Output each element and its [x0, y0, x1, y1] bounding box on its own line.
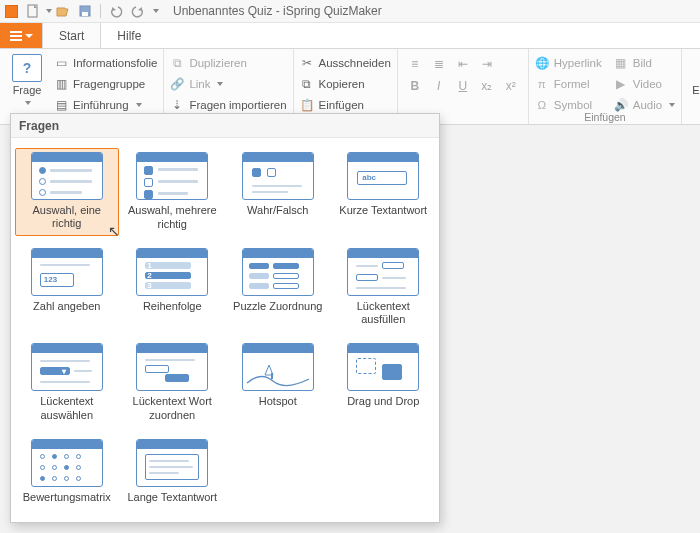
indent-increase-icon[interactable]: ⇥: [476, 55, 498, 73]
qtype-fill-drag[interactable]: Lückentext Wort zuordnen: [121, 339, 225, 427]
qtype-multiple-choice[interactable]: Auswahl, mehrere richtig: [121, 148, 225, 236]
qat-open-icon[interactable]: [55, 3, 71, 19]
qtype-fill-blank[interactable]: Lückentext ausfüllen: [332, 244, 436, 332]
intro-icon: ▤: [54, 98, 68, 112]
symbol-icon: Ω: [535, 98, 549, 112]
cmd-ausschneiden[interactable]: ✂Ausschneiden: [300, 54, 391, 72]
cursor-icon: ↖: [108, 223, 120, 239]
cmd-fragengruppe[interactable]: ▥Fragengruppe: [54, 75, 157, 93]
cmd-einfugen[interactable]: 📋Einfügen: [300, 96, 391, 114]
group-icon: ▥: [54, 77, 68, 91]
group-insert: 🌐Hyperlink πFormel ΩSymbol ▦Bild ▶Video …: [529, 49, 682, 124]
cmd-kopieren[interactable]: ⧉Kopieren: [300, 75, 391, 93]
svg-rect-5: [271, 373, 273, 379]
cmd-import[interactable]: ⇣Fragen importieren: [170, 96, 286, 114]
tab-start[interactable]: Start: [42, 23, 101, 48]
cmd-formel: πFormel: [535, 75, 602, 93]
equation-icon: π: [535, 77, 549, 91]
group-label-einfugen: Einfügen: [529, 111, 681, 123]
qat-new-icon[interactable]: [25, 3, 41, 19]
group-label-quiz: Quiz: [682, 111, 700, 123]
qtype-fill-select[interactable]: ▾ Lückentext auswählen: [15, 339, 119, 427]
frage-button[interactable]: ? Frage: [6, 52, 48, 114]
qat-new-menu[interactable]: [46, 9, 52, 13]
underline-button[interactable]: U: [452, 77, 474, 95]
audio-icon: 🔊: [614, 98, 628, 112]
file-tab[interactable]: [0, 23, 42, 48]
video-icon: ▶: [614, 77, 628, 91]
ribbon-tabs: Start Hilfe: [0, 23, 700, 49]
cmd-bild: ▦Bild: [614, 54, 675, 72]
cmd-link: 🔗Link: [170, 75, 286, 93]
qtype-single-choice[interactable]: Auswahl, eine richtig ↖: [15, 148, 119, 236]
link-icon: 🔗: [170, 77, 184, 91]
chevron-down-icon: [669, 103, 675, 107]
frage-label: Frage: [13, 84, 42, 96]
cmd-hyperlink: 🌐Hyperlink: [535, 54, 602, 72]
slide-icon: ▭: [54, 56, 68, 70]
duplicate-icon: ⧉: [170, 56, 184, 70]
titlebar: Unbenanntes Quiz - iSpring QuizMaker: [0, 0, 700, 23]
hyperlink-icon: 🌐: [535, 56, 549, 70]
qtype-sequence[interactable]: 1 2 3 Reihenfolge: [121, 244, 225, 332]
cmd-video: ▶Video: [614, 75, 675, 93]
qat-save-icon[interactable]: [77, 3, 93, 19]
qtype-true-false[interactable]: Wahr/Falsch: [226, 148, 330, 236]
superscript-button[interactable]: x²: [500, 77, 522, 95]
window-title: Unbenanntes Quiz - iSpring QuizMaker: [173, 4, 382, 18]
italic-button[interactable]: I: [428, 77, 450, 95]
question-type-dropdown: Fragen Auswahl, eine richtig ↖ Auswahl, …: [10, 113, 440, 523]
qat-customize[interactable]: [153, 9, 159, 13]
dropdown-header: Fragen: [11, 114, 439, 138]
indent-decrease-icon[interactable]: ⇤: [452, 55, 474, 73]
qat-separator: [100, 4, 101, 18]
image-icon: ▦: [614, 56, 628, 70]
group-settings: Einstellungen Quiz: [682, 49, 700, 124]
qtype-essay[interactable]: Lange Textantwort: [121, 435, 225, 509]
cmd-einfuhrung[interactable]: ▤Einführung: [54, 96, 157, 114]
qtype-hotspot[interactable]: Hotspot: [226, 339, 330, 427]
settings-button[interactable]: Einstellungen: [692, 53, 700, 96]
list-bullet-icon[interactable]: ≡: [404, 55, 426, 73]
chevron-down-icon: [217, 82, 223, 86]
qtype-short-answer[interactable]: abc Kurze Textantwort: [332, 148, 436, 236]
qat-redo-icon[interactable]: [130, 3, 146, 19]
list-number-icon[interactable]: ≣: [428, 55, 450, 73]
app-icon: [5, 5, 18, 18]
chevron-down-icon: [136, 103, 142, 107]
cmd-duplizieren: ⧉Duplizieren: [170, 54, 286, 72]
qtype-likert[interactable]: Bewertungsmatrix: [15, 435, 119, 509]
subscript-button[interactable]: x₂: [476, 77, 498, 95]
import-icon: ⇣: [170, 98, 184, 112]
copy-icon: ⧉: [300, 77, 314, 91]
qtype-drag-drop[interactable]: Drag und Drop: [332, 339, 436, 427]
tab-help[interactable]: Hilfe: [101, 23, 158, 48]
svg-rect-2: [82, 12, 88, 16]
qtype-numeric[interactable]: 123 Zahl angeben: [15, 244, 119, 332]
cmd-informationsfolie[interactable]: ▭Informationsfolie: [54, 54, 157, 72]
qat-undo-icon[interactable]: [108, 3, 124, 19]
bold-button[interactable]: B: [404, 77, 426, 95]
chevron-down-icon: [25, 101, 31, 105]
cut-icon: ✂: [300, 56, 314, 70]
paste-icon: 📋: [300, 98, 314, 112]
qtype-matching[interactable]: Puzzle Zuordnung: [226, 244, 330, 332]
